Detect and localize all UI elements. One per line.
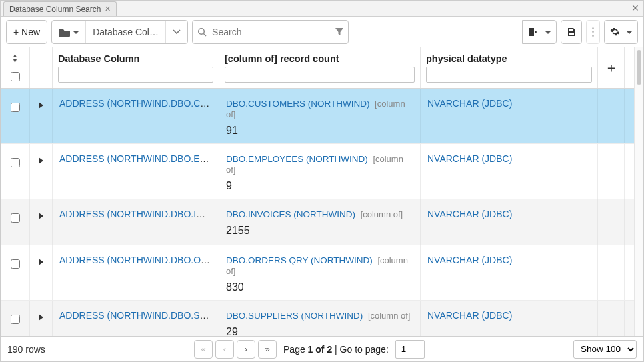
header-col-datatype[interactable]: physical datatype	[421, 47, 598, 88]
column-name-link[interactable]: ADDRESS (NORTHWIND.DBO.EM…	[59, 153, 217, 164]
table-row[interactable]: ADDRESS (NORTHWIND.DBO.OR…DBO.ORDERS QRY…	[1, 245, 634, 301]
header-col-name[interactable]: Database Column	[53, 47, 219, 88]
datatype-link[interactable]: NVARCHAR (JDBC)	[427, 255, 512, 265]
row-expand-cell[interactable]	[30, 89, 53, 143]
row-expand-cell[interactable]	[30, 144, 53, 199]
record-count-value: 9	[226, 180, 413, 192]
filter-input-datatype[interactable]	[426, 67, 592, 83]
data-grid: ▲▼ Database Column [column of] record co…	[1, 47, 634, 336]
svg-line-1	[203, 33, 206, 36]
row-checkbox[interactable]	[11, 213, 20, 223]
cell-name[interactable]: ADDRESS (NORTHWIND.DBO.SU…	[53, 301, 219, 336]
folder-dropdown-icon[interactable]	[165, 21, 187, 43]
search-box[interactable]	[192, 20, 349, 44]
cell-datatype[interactable]: NVARCHAR (JDBC)	[421, 245, 598, 300]
add-column-button[interactable]: ＋	[598, 47, 625, 88]
page-last-button[interactable]: »	[258, 340, 277, 359]
expand-triangle-icon	[39, 157, 43, 164]
relation-link[interactable]: DBO.SUPPLIERS (NORTHWIND)	[226, 311, 363, 321]
datatype-link[interactable]: NVARCHAR (JDBC)	[427, 209, 512, 219]
record-count-value: 830	[226, 281, 413, 293]
cell-trailing	[598, 301, 625, 336]
row-count-label: 190 rows	[7, 344, 45, 355]
page-first-button[interactable]: «	[194, 340, 213, 359]
sort-indicator-icon[interactable]: ▲▼	[12, 53, 18, 63]
column-name-link[interactable]: ADDRESS (NORTHWIND.DBO.CU…	[59, 98, 216, 109]
row-expand-cell[interactable]	[30, 245, 53, 300]
search-input[interactable]	[211, 21, 330, 43]
new-button[interactable]: + New	[6, 20, 47, 44]
folder-selector[interactable]: Database Col…	[51, 20, 188, 44]
tab-database-column-search[interactable]: Database Column Search ✕	[3, 1, 117, 16]
row-checkbox-cell	[1, 301, 30, 336]
filter-icon[interactable]	[330, 27, 348, 37]
page-prev-button[interactable]: ‹	[215, 340, 234, 359]
expand-triangle-icon	[39, 259, 43, 265]
header-expand-col	[30, 47, 53, 88]
cell-name[interactable]: ADDRESS (NORTHWIND.DBO.OR…	[53, 245, 219, 300]
row-checkbox-cell	[1, 199, 30, 245]
pager: « ‹ › » Page 1 of 2 | Go to page:	[194, 340, 425, 359]
relation-link[interactable]: DBO.INVOICES (NORTHWIND)	[226, 209, 355, 219]
cell-datatype[interactable]: NVARCHAR (JDBC)	[421, 301, 598, 336]
filter-input-record-count[interactable]	[225, 67, 415, 83]
table-row[interactable]: ADDRESS (NORTHWIND.DBO.SU…DBO.SUPPLIERS …	[1, 301, 634, 336]
tab-close-icon[interactable]: ✕	[105, 5, 111, 13]
row-checkbox[interactable]	[11, 103, 20, 112]
grid-wrapper: ▲▼ Database Column [column of] record co…	[1, 47, 643, 336]
column-name-link[interactable]: ADDRESS (NORTHWIND.DBO.OR…	[59, 255, 217, 265]
page-size-select[interactable]: Show 100	[573, 340, 637, 359]
select-all-checkbox[interactable]	[11, 72, 20, 81]
header-label: [column of] record count	[225, 53, 415, 64]
cell-datatype[interactable]: NVARCHAR (JDBC)	[421, 144, 598, 199]
page-next-button[interactable]: ›	[237, 340, 255, 359]
save-button[interactable]	[561, 20, 582, 44]
row-checkbox-cell	[1, 144, 30, 199]
row-checkbox[interactable]	[11, 158, 20, 167]
datatype-link[interactable]: NVARCHAR (JDBC)	[427, 153, 512, 164]
goto-page-input[interactable]	[395, 340, 425, 359]
table-row[interactable]: ADDRESS (NORTHWIND.DBO.EM…DBO.EMPLOYEES …	[1, 144, 634, 199]
row-checkbox[interactable]	[11, 315, 20, 324]
export-button[interactable]	[522, 20, 557, 44]
cell-trailing	[598, 245, 625, 300]
toolbar: + New Database Col…	[1, 17, 643, 47]
filter-input-name[interactable]	[58, 67, 213, 83]
caret-down-icon	[624, 27, 632, 37]
row-expand-cell[interactable]	[30, 199, 53, 245]
datatype-link[interactable]: NVARCHAR (JDBC)	[427, 310, 512, 321]
scrollbar-thumb[interactable]	[637, 50, 641, 85]
relation-link[interactable]: DBO.CUSTOMERS (NORTHWIND)	[226, 99, 370, 109]
cell-name[interactable]: ADDRESS (NORTHWIND.DBO.CU…	[53, 89, 219, 143]
relation-meta: [column of]	[365, 311, 410, 321]
app-window: Database Column Search ✕ ✕ + New Databas…	[0, 0, 644, 362]
header-col-record-count[interactable]: [column of] record count	[219, 47, 421, 88]
vertical-scrollbar[interactable]	[634, 47, 643, 336]
row-checkbox[interactable]	[11, 259, 20, 269]
grid-body: ADDRESS (NORTHWIND.DBO.CU…DBO.CUSTOMERS …	[1, 89, 634, 336]
table-row[interactable]: ADDRESS (NORTHWIND.DBO.CU…DBO.CUSTOMERS …	[1, 89, 634, 144]
window-close-icon[interactable]: ✕	[631, 3, 639, 13]
record-count-value: 2155	[226, 225, 413, 237]
search-icon	[193, 27, 211, 37]
table-row[interactable]: ADDRESS (NORTHWIND.DBO.IN…DBO.INVOICES (…	[1, 199, 634, 245]
settings-button[interactable]	[604, 20, 638, 44]
folder-open-icon[interactable]	[52, 21, 85, 43]
datatype-link[interactable]: NVARCHAR (JDBC)	[427, 98, 512, 109]
cell-name[interactable]: ADDRESS (NORTHWIND.DBO.EM…	[53, 144, 219, 199]
row-checkbox-cell	[1, 245, 30, 300]
relation-link[interactable]: DBO.EMPLOYEES (NORTHWIND)	[226, 154, 368, 164]
cell-datatype[interactable]: NVARCHAR (JDBC)	[421, 89, 598, 143]
relation-link[interactable]: DBO.ORDERS QRY (NORTHWIND)	[226, 255, 373, 265]
cell-record-count: DBO.INVOICES (NORTHWIND) [column of]2155	[219, 199, 421, 245]
header-sort-checkbox[interactable]: ▲▼	[1, 47, 30, 88]
column-name-link[interactable]: ADDRESS (NORTHWIND.DBO.SU…	[59, 310, 216, 321]
svg-rect-2	[569, 29, 573, 31]
cell-datatype[interactable]: NVARCHAR (JDBC)	[421, 199, 598, 245]
cell-trailing	[598, 144, 625, 199]
tab-label: Database Column Search	[9, 5, 101, 14]
cell-name[interactable]: ADDRESS (NORTHWIND.DBO.IN…	[53, 199, 219, 245]
row-expand-cell[interactable]	[30, 301, 53, 336]
more-button[interactable]	[586, 20, 600, 44]
column-name-link[interactable]: ADDRESS (NORTHWIND.DBO.IN…	[59, 209, 212, 219]
